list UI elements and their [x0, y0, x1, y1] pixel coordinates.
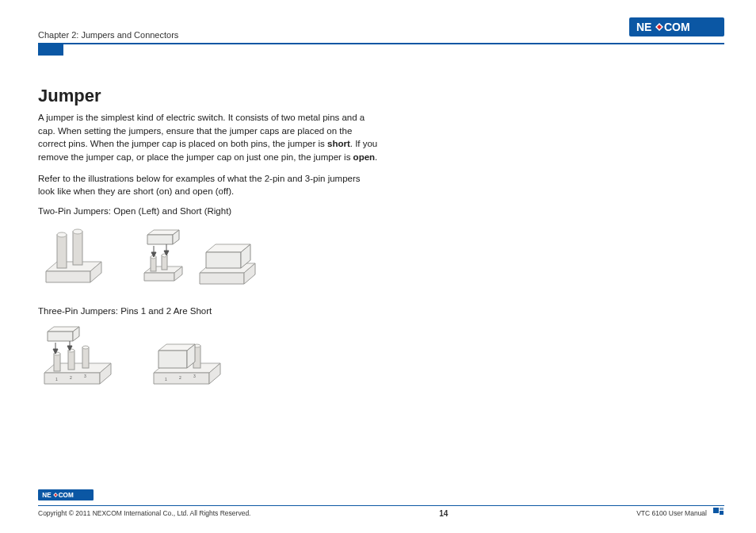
- pin-label-2: 2: [179, 375, 181, 380]
- caption-three-pin: Three-Pin Jumpers: Pins 1 and 2 Are Shor…: [38, 306, 379, 316]
- manual-name: VTC 6100 User Manual: [636, 509, 707, 517]
- copyright-text: Copyright © 2011 NEXCOM International Co…: [38, 509, 250, 517]
- svg-rect-63: [720, 511, 724, 515]
- svg-rect-37: [68, 351, 74, 370]
- section-tab-marker: [38, 44, 63, 56]
- illus-two-pin-open: [38, 220, 117, 295]
- svg-marker-13: [144, 273, 174, 281]
- svg-marker-6: [46, 271, 90, 282]
- bold-open: open: [353, 152, 375, 162]
- svg-rect-62: [720, 508, 724, 510]
- text-span: A jumper is the simplest kind of electri…: [38, 113, 365, 148]
- refer-paragraph: Refer to the illustrations below for exa…: [38, 172, 379, 198]
- text-span: .: [375, 152, 377, 162]
- svg-marker-20: [147, 235, 173, 244]
- svg-rect-8: [57, 235, 67, 268]
- svg-marker-27: [200, 273, 244, 284]
- svg-text:NE: NE: [636, 21, 651, 33]
- svg-rect-10: [73, 232, 82, 265]
- brand-logo: NE COM: [629, 17, 724, 40]
- page-number: 14: [439, 509, 448, 518]
- svg-rect-35: [54, 354, 60, 371]
- pin-label-3: 3: [193, 374, 196, 378]
- illus-three-pin-short: 1 2 3: [147, 320, 235, 395]
- intro-paragraph: A jumper is the simplest kind of electri…: [38, 111, 379, 164]
- svg-rect-17: [162, 255, 167, 270]
- svg-marker-54: [158, 351, 187, 368]
- bold-short: short: [327, 139, 350, 148]
- chapter-label: Chapter 2: Jumpers and Connectors: [38, 30, 178, 40]
- svg-marker-30: [206, 252, 241, 268]
- footer-rule: [38, 505, 724, 507]
- svg-rect-15: [151, 257, 156, 271]
- svg-marker-49: [154, 373, 209, 384]
- svg-marker-33: [44, 373, 100, 384]
- header-rule: [38, 43, 724, 44]
- caption-two-pin: Two-Pin Jumpers: Open (Left) and Short (…: [38, 206, 379, 216]
- pin-label-3: 3: [84, 374, 86, 378]
- svg-text:COM: COM: [664, 21, 690, 33]
- svg-point-40: [82, 346, 89, 349]
- illus-three-pin-placing: 1 2 3: [38, 320, 125, 395]
- pin-label-1: 1: [165, 377, 167, 382]
- svg-text:COM: COM: [59, 491, 74, 498]
- svg-rect-39: [82, 347, 89, 368]
- page-title: Jumper: [38, 86, 379, 106]
- content-column: Jumper A jumper is the simplest kind of …: [38, 86, 379, 395]
- svg-rect-61: [713, 508, 719, 513]
- pin-label-1: 1: [55, 377, 58, 382]
- svg-text:NE: NE: [42, 491, 52, 498]
- svg-marker-42: [48, 332, 73, 341]
- svg-point-9: [57, 232, 67, 237]
- svg-point-11: [73, 229, 82, 234]
- pin-label-2: 2: [70, 375, 72, 380]
- corner-mark-icon: [713, 508, 724, 519]
- footer-brand-logo: NE COM: [38, 489, 94, 504]
- illus-two-pin-short: [139, 220, 266, 295]
